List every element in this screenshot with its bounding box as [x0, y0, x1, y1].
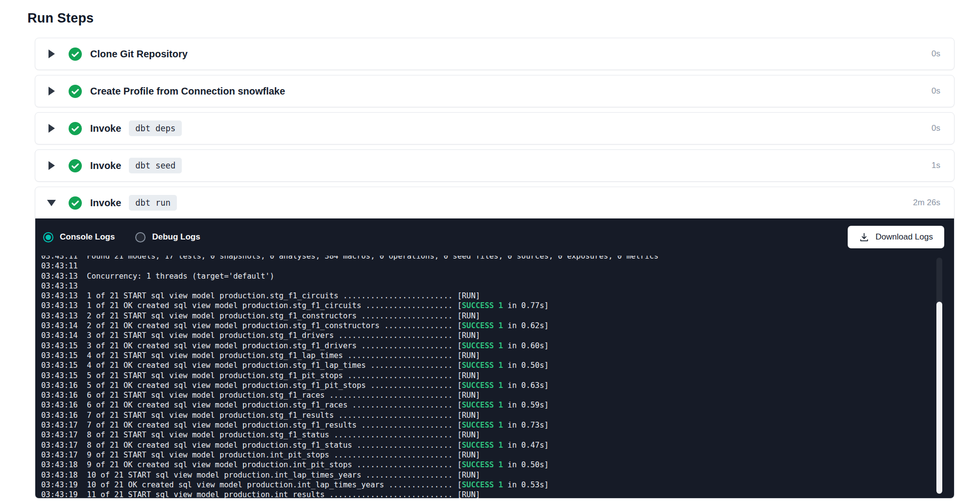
log-line: 03:43:14 2 of 21 OK created sql view mod…: [41, 321, 927, 331]
check-circle-icon: [69, 159, 82, 172]
console-scrollbar-thumb[interactable]: [936, 302, 942, 494]
chevron-right-icon[interactable]: [49, 49, 55, 58]
step-label: Clone Git Repository: [90, 48, 188, 60]
success-tag: SUCCESS 1: [462, 361, 503, 370]
step-invoke-dbt-run[interactable]: Invokedbt run2m 26s: [35, 187, 954, 218]
console-logs-label: Console Logs: [60, 232, 115, 242]
step-card-create-profile-from-connection-snowflake: Create Profile from Connection snowflake…: [35, 75, 955, 107]
success-tag: SUCCESS 1: [462, 460, 503, 469]
download-icon: [859, 232, 869, 242]
log-line: 03:43:16 5 of 21 OK created sql view mod…: [41, 381, 927, 390]
log-line: 03:43:15 5 of 21 START sql view model pr…: [41, 371, 927, 381]
step-label: Invoke: [90, 123, 121, 134]
step-duration: 0s: [931, 123, 940, 133]
command-badge: dbt deps: [129, 120, 182, 136]
command-badge: dbt seed: [129, 158, 182, 173]
success-tag: SUCCESS 1: [462, 401, 503, 409]
log-line: 03:43:13 Concurrency: 1 threads (target=…: [41, 271, 927, 281]
log-line: 03:43:13 2 of 21 START sql view model pr…: [41, 311, 927, 321]
step-label: Invoke: [90, 160, 121, 171]
step-invoke-dbt-seed[interactable]: Invokedbt seed1s: [35, 150, 954, 181]
step-label: Invoke: [90, 197, 121, 209]
success-tag: SUCCESS 1: [462, 341, 503, 350]
log-line: 03:43:11: [41, 261, 927, 271]
debug-logs-radio[interactable]: [135, 232, 146, 242]
success-tag: SUCCESS 1: [462, 421, 503, 430]
step-invoke-dbt-deps[interactable]: Invokedbt deps0s: [35, 113, 954, 144]
log-line: 03:43:16 6 of 21 START sql view model pr…: [41, 390, 927, 400]
check-circle-icon: [69, 85, 82, 98]
download-logs-button[interactable]: Download Logs: [848, 226, 944, 248]
check-circle-icon: [69, 122, 82, 135]
log-line: 03:43:15 4 of 21 START sql view model pr…: [41, 351, 927, 360]
chevron-right-icon[interactable]: [49, 124, 55, 133]
chevron-down-icon[interactable]: [47, 200, 56, 206]
log-line: 03:43:16 6 of 21 OK created sql view mod…: [41, 400, 927, 410]
step-card-invoke-dbt-run: Invokedbt run2m 26sConsole LogsDebug Log…: [35, 187, 955, 499]
run-steps-page: Run Steps Clone Git Repository0sCreate P…: [0, 0, 980, 499]
chevron-right-icon[interactable]: [49, 87, 55, 96]
console-log-area: 03:43:11 Found 21 models, 17 tests, 0 sn…: [35, 256, 954, 498]
log-line: 03:43:13 1 of 21 OK created sql view mod…: [41, 301, 927, 311]
step-duration: 2m 26s: [913, 198, 940, 208]
console-log-panel: Console LogsDebug LogsDownload Logs03:43…: [35, 218, 954, 498]
console-logs-option[interactable]: Console Logs: [43, 232, 115, 242]
step-label: Create Profile from Connection snowflake: [90, 86, 285, 97]
log-line: 03:43:17 9 of 21 START sql view model pr…: [41, 450, 927, 460]
check-circle-icon: [69, 48, 82, 61]
log-line: 03:43:16 7 of 21 START sql view model pr…: [41, 410, 927, 420]
log-line: 03:43:13: [41, 281, 927, 291]
log-line: 03:43:17 8 of 21 START sql view model pr…: [41, 430, 927, 440]
step-duration: 0s: [931, 49, 940, 59]
log-line: 03:43:13 1 of 21 START sql view model pr…: [41, 291, 927, 301]
log-line: 03:43:19 10 of 21 OK created sql view mo…: [41, 480, 927, 490]
log-line: 03:43:19 11 of 21 START sql view model p…: [41, 490, 927, 498]
log-line: 03:43:18 10 of 21 START sql view model p…: [41, 470, 927, 480]
debug-logs-option[interactable]: Debug Logs: [135, 232, 200, 242]
step-card-invoke-dbt-seed: Invokedbt seed1s: [35, 149, 955, 182]
page-title: Run Steps: [27, 11, 955, 26]
log-line: 03:43:17 8 of 21 OK created sql view mod…: [41, 440, 927, 450]
debug-logs-label: Debug Logs: [152, 232, 200, 242]
success-tag: SUCCESS 1: [462, 301, 503, 310]
log-line: 03:43:18 9 of 21 OK created sql view mod…: [41, 460, 927, 470]
log-line: 03:43:17 7 of 21 OK created sql view mod…: [41, 420, 927, 430]
success-tag: SUCCESS 1: [462, 321, 503, 330]
log-line: 03:43:11 Found 21 models, 17 tests, 0 sn…: [41, 256, 927, 261]
console-logs-radio[interactable]: [43, 232, 53, 242]
success-tag: SUCCESS 1: [462, 381, 503, 390]
step-clone-git-repository[interactable]: Clone Git Repository0s: [35, 38, 954, 70]
success-tag: SUCCESS 1: [462, 480, 503, 489]
log-line: 03:43:15 4 of 21 OK created sql view mod…: [41, 360, 927, 370]
log-line: 03:43:14 3 of 21 START sql view model pr…: [41, 331, 927, 340]
radio-dot: [46, 235, 51, 240]
step-card-clone-git-repository: Clone Git Repository0s: [35, 38, 955, 70]
step-duration: 1s: [931, 161, 940, 170]
run-steps-list: Clone Git Repository0sCreate Profile fro…: [35, 38, 955, 499]
console-toolbar: Console LogsDebug LogsDownload Logs: [35, 218, 954, 256]
step-duration: 0s: [931, 86, 940, 96]
step-create-profile-from-connection-snowflake[interactable]: Create Profile from Connection snowflake…: [35, 75, 954, 107]
download-logs-label: Download Logs: [876, 232, 933, 242]
chevron-right-icon[interactable]: [49, 161, 55, 170]
check-circle-icon: [69, 196, 82, 210]
console-log-scroller: 03:43:11 Found 21 models, 17 tests, 0 sn…: [41, 256, 927, 498]
log-line: 03:43:15 3 of 21 OK created sql view mod…: [41, 341, 927, 351]
step-card-invoke-dbt-deps: Invokedbt deps0s: [35, 112, 955, 144]
success-tag: SUCCESS 1: [462, 441, 503, 450]
command-badge: dbt run: [129, 195, 177, 211]
